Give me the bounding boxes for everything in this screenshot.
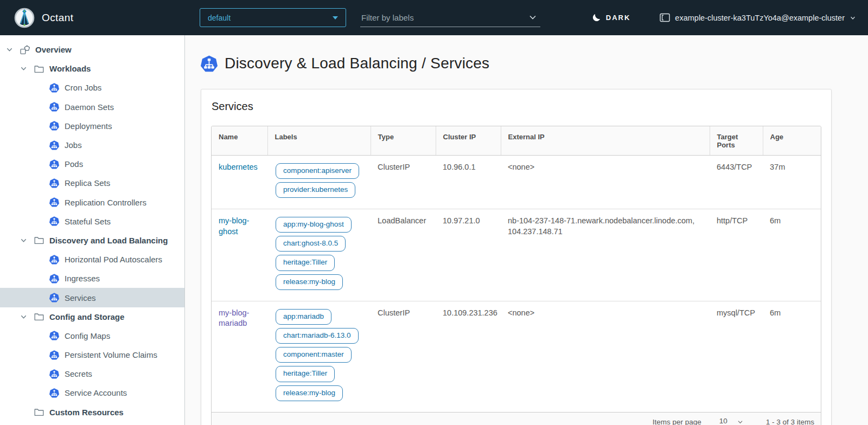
dark-mode-label: DARK: [606, 14, 631, 22]
persistent-volume-claims-icon: [49, 350, 65, 360]
sidebar-item-discovery-and-load-balancing[interactable]: Discovery and Load Balancing: [0, 231, 184, 250]
label-pill[interactable]: chart:mariadb-6.13.0: [276, 328, 359, 344]
label-filter-input[interactable]: Filter by labels: [360, 8, 540, 27]
label-pill-wrap: chart:ghost-8.0.5: [276, 236, 364, 252]
service-link[interactable]: kubernetes: [219, 163, 258, 171]
services-datagrid: NameLabelsTypeCluster IPExternal IPTarge…: [211, 126, 821, 425]
sidebar-item-config-maps[interactable]: Config Maps: [0, 326, 184, 345]
sidebar-item-label: Replication Controllers: [65, 198, 146, 207]
sidebar-item-service-accounts[interactable]: Service Accounts: [0, 383, 184, 402]
sidebar-item-label: Overview: [35, 45, 72, 54]
chevron-down-icon[interactable]: [20, 313, 34, 320]
sidebar-item-daemon-sets[interactable]: Daemon Sets: [0, 98, 184, 117]
label-pill-wrap: app:mariadb: [276, 309, 364, 325]
cell-age: 6m: [763, 301, 821, 412]
folder-icon: [34, 65, 49, 73]
sidebar-item-label: Stateful Sets: [65, 217, 111, 226]
sidebar-item-label: Config Maps: [65, 331, 110, 340]
sidebar-item-label: Pods: [65, 159, 83, 169]
sidebar-item-deployments[interactable]: Deployments: [0, 117, 184, 136]
daemon-sets-icon: [49, 102, 65, 112]
sidebar-item-label: Replica Sets: [65, 178, 110, 188]
sidebar-item-pods[interactable]: Pods: [0, 154, 184, 173]
sidebar-item-overview[interactable]: Overview: [0, 40, 184, 59]
cell-labels: app:mariadbchart:mariadb-6.13.0component…: [267, 301, 371, 412]
sidebar-item-cron-jobs[interactable]: Cron Jobs: [0, 78, 184, 97]
sidebar-item-ingresses[interactable]: Ingresses: [0, 269, 184, 288]
datagrid-footer: Items per page 10 1 - 3 of 3 items: [212, 412, 821, 425]
label-pill[interactable]: component:master: [276, 347, 352, 363]
moon-icon: [592, 13, 601, 22]
label-pill-wrap: chart:mariadb-6.13.0: [276, 328, 364, 344]
sidebar-item-jobs[interactable]: Jobs: [0, 136, 184, 154]
replication-controllers-icon: [49, 197, 65, 207]
label-pill[interactable]: component:apiserver: [276, 163, 359, 179]
sidebar-item-services[interactable]: Services: [0, 288, 184, 307]
page-size-select[interactable]: 10: [715, 417, 746, 425]
sidebar-item-label: Config and Storage: [49, 312, 124, 321]
label-pill-wrap: provider:kubernetes: [276, 182, 364, 198]
cell-age: 6m: [763, 209, 821, 301]
column-header-age: Age: [763, 126, 821, 155]
sidebar-item-label: Services: [65, 293, 96, 302]
items-per-page-label: Items per page: [653, 418, 701, 425]
sidebar-item-replication-controllers[interactable]: Replication Controllers: [0, 193, 184, 212]
sidebar-item-horizontal-pod-autoscalers[interactable]: Horizontal Pod Autoscalers: [0, 250, 184, 269]
service-link[interactable]: my-blog-ghost: [219, 216, 249, 236]
folder-icon: [34, 408, 49, 416]
sidebar-item-label: Jobs: [65, 140, 82, 150]
column-header-external-ip: External IP: [501, 126, 710, 155]
main-content: Discovery & Load Balancing / Services Se…: [185, 35, 868, 425]
page-title-row: Discovery & Load Balancing / Services: [201, 55, 868, 72]
sidebar-item-replica-sets[interactable]: Replica Sets: [0, 173, 184, 192]
label-pill-wrap: component:master: [276, 347, 364, 363]
cell-target-ports: 6443/TCP: [710, 155, 763, 209]
table-row: my-blog-ghostapp:my-blog-ghostchart:ghos…: [212, 209, 821, 301]
column-header-target-ports: Target Ports: [710, 126, 763, 155]
chevron-down-icon[interactable]: [20, 237, 34, 244]
sidebar-item-config-and-storage[interactable]: Config and Storage: [0, 307, 184, 326]
pagination-range: 1 - 3 of 3 items: [766, 418, 814, 425]
label-pill-wrap: release:my-blog: [276, 385, 364, 401]
sidebar-item-secrets[interactable]: Secrets: [0, 364, 184, 383]
dark-mode-toggle[interactable]: DARK: [592, 13, 631, 22]
service-link[interactable]: my-blog-mariadb: [219, 308, 249, 328]
column-header-cluster-ip: Cluster IP: [436, 126, 501, 155]
folder-icon: [34, 236, 49, 244]
cell-name: my-blog-mariadb: [212, 301, 267, 412]
label-pill[interactable]: release:my-blog: [276, 385, 343, 401]
sidebar-nav: OverviewWorkloadsCron JobsDaemon SetsDep…: [0, 35, 185, 425]
label-pill[interactable]: provider:kubernetes: [276, 182, 355, 198]
sidebar-item-persistent-volume-claims[interactable]: Persistent Volume Claims: [0, 345, 184, 364]
label-pill[interactable]: chart:ghost-8.0.5: [276, 236, 346, 252]
column-header-name: Name: [212, 126, 267, 155]
app-shell: OverviewWorkloadsCron JobsDaemon SetsDep…: [0, 35, 868, 425]
pods-icon: [49, 159, 65, 169]
config-maps-icon: [49, 331, 65, 340]
sidebar-item-workloads[interactable]: Workloads: [0, 59, 184, 78]
cluster-context[interactable]: example-cluster-ka3TuTzYo4a@example-clus…: [660, 13, 868, 22]
sidebar-item-stateful-sets[interactable]: Stateful Sets: [0, 212, 184, 231]
chevron-down-icon[interactable]: [6, 46, 20, 53]
chevron-down-icon[interactable]: [20, 65, 34, 72]
label-pill[interactable]: heritage:Tiller: [276, 255, 335, 271]
label-pill[interactable]: release:my-blog: [276, 274, 343, 290]
replica-sets-icon: [49, 178, 65, 188]
label-pill[interactable]: app:mariadb: [276, 309, 331, 325]
label-pill[interactable]: heritage:Tiller: [276, 366, 335, 382]
sidebar-item-label: Workloads: [49, 64, 91, 73]
folder-icon: [34, 312, 49, 321]
label-pill-wrap: app:my-blog-ghost: [276, 217, 364, 233]
column-header-labels: Labels: [267, 126, 371, 155]
app-header: Octant default Filter by labels DARK exa…: [0, 0, 868, 35]
cluster-icon: [660, 13, 670, 22]
sidebar-item-label: Discovery and Load Balancing: [49, 236, 168, 245]
page-size-value: 10: [719, 417, 727, 425]
cell-labels: component:apiserverprovider:kubernetes: [267, 155, 371, 209]
namespace-select[interactable]: default: [200, 8, 346, 27]
octant-logo-icon: [14, 8, 35, 28]
cell-target-ports: mysql/TCP: [710, 301, 763, 412]
sidebar-item-custom-resources[interactable]: Custom Resources: [0, 403, 184, 422]
horizontal-pod-autoscalers-icon: [49, 255, 65, 265]
label-pill[interactable]: app:my-blog-ghost: [276, 217, 352, 233]
